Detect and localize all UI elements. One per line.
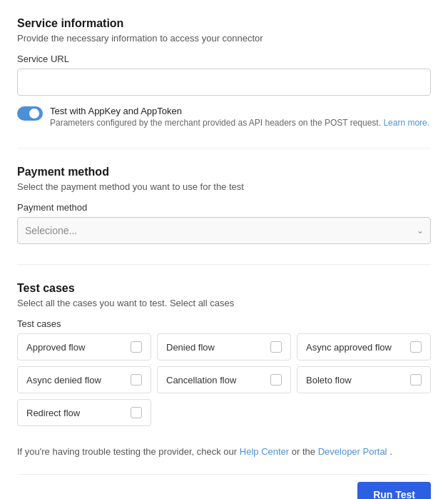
service-info-title: Service information [17, 17, 431, 30]
test-case-checkbox[interactable] [410, 341, 422, 353]
payment-method-section: Payment method Select the payment method… [17, 166, 431, 244]
test-case-item: Async denied flow [17, 366, 151, 393]
developer-portal-link[interactable]: Developer Portal [318, 446, 387, 457]
help-text: If you're having trouble testing the pro… [17, 446, 431, 457]
test-case-item: Async approved flow [297, 333, 431, 361]
test-case-item: Approved flow [17, 333, 151, 361]
test-case-label: Cancellation flow [166, 375, 236, 385]
payment-method-desc: Select the payment method you want to us… [17, 181, 431, 192]
test-case-item: Redirect flow [17, 399, 151, 426]
payment-method-select[interactable]: Selecione... Credit CardDebit CardBoleto… [17, 217, 431, 244]
footer: Run Test [17, 474, 431, 499]
test-cases-desc: Select all the cases you want to test. S… [17, 298, 431, 308]
test-case-item: Denied flow [157, 333, 291, 361]
test-case-checkbox[interactable] [410, 374, 422, 385]
test-case-label: Approved flow [26, 342, 85, 353]
test-case-checkbox[interactable] [131, 341, 142, 353]
service-info-desc: Provide the necessary information to acc… [17, 33, 431, 44]
help-text-suffix: . [390, 446, 392, 457]
divider-2 [17, 264, 431, 265]
toggle-label-text: Test with AppKey and AppToken [50, 106, 429, 116]
payment-method-label: Payment method [17, 202, 431, 213]
service-url-label: Service URL [17, 54, 431, 64]
help-center-link[interactable]: Help Center [240, 446, 289, 457]
test-case-checkbox[interactable] [131, 407, 142, 418]
test-cases-section: Test cases Select all the cases you want… [17, 282, 431, 426]
test-case-label: Async approved flow [306, 342, 392, 353]
test-case-label: Async denied flow [26, 375, 101, 385]
toggle-label: Test with AppKey and AppToken Parameters… [50, 106, 429, 128]
test-case-checkbox[interactable] [270, 341, 282, 353]
learn-more-link[interactable]: Learn more. [383, 118, 429, 128]
test-cases-grid: Approved flowDenied flowAsync approved f… [17, 333, 431, 426]
test-cases-label: Test cases [17, 318, 431, 329]
run-test-button[interactable]: Run Test [357, 482, 431, 499]
test-case-label: Redirect flow [26, 408, 80, 418]
payment-method-select-wrapper: Selecione... Credit CardDebit CardBoleto… [17, 217, 431, 244]
service-url-input[interactable] [17, 69, 431, 96]
toggle-slider [17, 106, 43, 121]
test-case-label: Boleto flow [306, 375, 352, 385]
test-case-checkbox[interactable] [131, 374, 142, 385]
service-information-section: Service information Provide the necessar… [17, 17, 431, 128]
test-case-item: Cancellation flow [157, 366, 291, 393]
divider-1 [17, 148, 431, 148]
payment-method-title: Payment method [17, 166, 431, 178]
help-text-prefix: If you're having trouble testing the pro… [17, 446, 237, 457]
toggle-label-sub: Parameters configured by the merchant pr… [50, 118, 429, 128]
test-case-item: Boleto flow [297, 366, 431, 393]
test-case-label: Denied flow [166, 342, 215, 353]
help-text-or: or the [292, 446, 315, 457]
test-cases-title: Test cases [17, 282, 431, 295]
appkey-toggle[interactable] [17, 106, 43, 121]
toggle-row: Test with AppKey and AppToken Parameters… [17, 106, 431, 128]
test-case-checkbox[interactable] [270, 374, 282, 385]
